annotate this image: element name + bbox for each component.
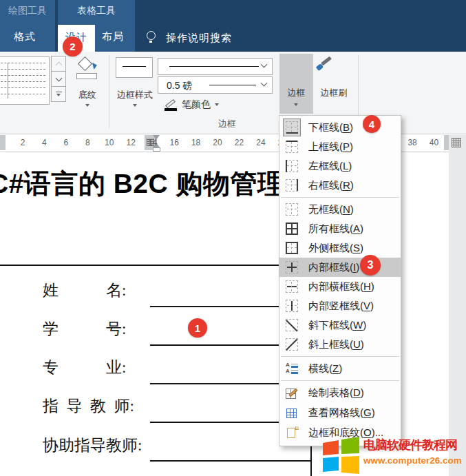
- pen-icon: [164, 98, 179, 112]
- ruler-number: 8: [85, 138, 90, 147]
- shading-button[interactable]: 底纹: [69, 54, 106, 114]
- ruler-number: 20: [213, 138, 222, 147]
- ruler-number: 38: [407, 138, 416, 147]
- watermark-site-url: www.computer26.com: [363, 455, 449, 466]
- chevron-down-icon: [261, 61, 268, 68]
- pen-color-button[interactable]: 笔颜色: [164, 95, 219, 114]
- menu-item-top-border[interactable]: 上框线(P): [279, 137, 401, 156]
- borders-button-label: 边框: [279, 87, 313, 99]
- step-badge-1: 1: [188, 318, 207, 338]
- line-weight-combobox[interactable]: 0.5 磅: [158, 76, 273, 94]
- menu-item-bottom-border[interactable]: 下框线(B): [279, 118, 401, 137]
- gallery-preview-line: [8, 63, 8, 99]
- menu-item-left-border[interactable]: 左框线(L): [279, 156, 401, 176]
- ruler-number: 22: [235, 138, 244, 147]
- form-underline: [150, 460, 311, 462]
- tab-layout[interactable]: 布局: [102, 30, 124, 43]
- menu-item-label: 上框线(P): [308, 141, 353, 154]
- form-label-student-id: 学 号:: [43, 318, 126, 340]
- menu-item-horizontal-line[interactable]: A A 横线(Z): [279, 359, 401, 378]
- group-divider: [109, 55, 109, 128]
- contextual-tab-drawing-tools: 绘图工具: [0, 5, 55, 17]
- gallery-more-button[interactable]: [51, 86, 66, 102]
- site-watermark: 电脑软硬件教程网 www.computer26.com: [322, 437, 449, 475]
- menu-item-draw-table[interactable]: 绘制表格(D): [279, 383, 401, 403]
- tab-format[interactable]: 格式: [14, 30, 36, 43]
- all-borders-icon: [286, 223, 298, 235]
- watermark-site-name: 电脑软硬件教程网: [363, 437, 449, 453]
- paint-bucket-icon: [78, 56, 92, 71]
- gallery-scroll-down-button[interactable]: [51, 71, 66, 87]
- line-style-preview: [169, 66, 259, 67]
- dropdown-arrow-icon: [85, 104, 89, 107]
- ruler-number: 24: [256, 138, 265, 147]
- form-label-advisor: 指 导 教 师:: [43, 395, 134, 417]
- ruler-number: 16: [169, 138, 178, 147]
- ruler-number: 10: [105, 138, 114, 147]
- line-weight-preview: [209, 85, 256, 85]
- menu-item-label: 绘制表格(D): [308, 386, 364, 400]
- menu-item-label: 斜上框线(U): [308, 338, 364, 351]
- ruler-origin-block: [0, 135, 6, 150]
- menu-item-label: 下框线(B): [308, 121, 353, 134]
- inside-borders-icon: [286, 261, 298, 273]
- windows-logo-icon: [322, 437, 360, 475]
- form-label-major: 专 业:: [43, 357, 126, 378]
- borders-dropdown-menu: 下框线(B) 上框线(P) 左框线(L) 右框线(R) 无框线(N) 所有框线(…: [279, 115, 401, 446]
- border-painter-label: 边框刷: [314, 87, 354, 99]
- paint-drip-icon: [92, 63, 97, 70]
- line-style-combobox[interactable]: [158, 58, 273, 75]
- menu-item-label: 查看网格线(G): [308, 406, 375, 420]
- gallery-scroll-up-button[interactable]: [51, 56, 66, 72]
- step-badge-2: 2: [63, 37, 83, 56]
- chevron-down-icon: [55, 74, 62, 81]
- borders-button[interactable]: 边框: [279, 54, 313, 114]
- step-badge-3: 3: [360, 255, 381, 276]
- gallery-more-icon: [56, 92, 62, 97]
- border-painter-button[interactable]: 边框刷: [314, 54, 354, 114]
- ruler-right-margin: [444, 135, 449, 150]
- menu-item-label: 内部框线(I): [308, 261, 359, 274]
- gridlines-toggle-icon: [452, 138, 461, 147]
- menu-item-inside-vertical-border[interactable]: 内部竖框线(V): [279, 296, 401, 315]
- lightbulb-icon: [147, 31, 156, 40]
- menu-item-right-border[interactable]: 右框线(R): [279, 176, 401, 195]
- menu-item-diagonal-down-border[interactable]: 斜下框线(W): [279, 315, 401, 335]
- ruler-number: 4: [42, 138, 47, 147]
- menu-item-label: 左框线(L): [308, 160, 352, 173]
- left-indent-marker[interactable]: [153, 147, 160, 152]
- menu-item-inside-horizontal-border[interactable]: 内部横框线(H): [279, 277, 401, 296]
- ruler-number: 18: [191, 138, 200, 147]
- pen-color-label: 笔颜色: [182, 99, 211, 111]
- dropdown-arrow-icon: [133, 104, 137, 107]
- word-window: 绘图工具 表格工具 格式 设计 布局 操作说明搜索 底纹: [0, 0, 466, 476]
- diagonal-down-border-icon: [286, 319, 298, 331]
- menu-item-no-border[interactable]: 无框线(N): [279, 200, 401, 219]
- view-gridlines-icon: [286, 407, 298, 420]
- menu-separator: [281, 197, 399, 198]
- border-styles-button[interactable]: 边框样式: [113, 54, 157, 114]
- menu-item-diagonal-up-border[interactable]: 斜上框线(U): [279, 335, 401, 354]
- left-border-icon: [286, 160, 298, 172]
- menu-item-label: 内部竖框线(V): [308, 300, 374, 313]
- menu-item-outside-borders[interactable]: 外侧框线(S): [279, 238, 401, 258]
- ruler-number: 2: [21, 138, 25, 147]
- menu-item-label: 斜下框线(W): [308, 319, 366, 332]
- tell-me-search[interactable]: 操作说明搜索: [166, 32, 232, 45]
- table-styles-gallery[interactable]: [0, 56, 50, 105]
- menu-item-inside-borders[interactable]: 内部框线(I): [279, 258, 401, 277]
- horizontal-line-icon: A A: [286, 362, 298, 375]
- drawing-tools-group: 绘图工具: [0, 0, 55, 52]
- borders-group-label: 边框: [176, 118, 279, 130]
- menu-item-label: 无框线(N): [308, 203, 354, 216]
- menu-item-all-borders[interactable]: 所有框线(A): [279, 219, 401, 238]
- form-label-name: 姓 名:: [43, 280, 126, 301]
- scrollbar-gutter[interactable]: [449, 135, 466, 476]
- menu-separator: [281, 356, 399, 357]
- ruler-number: 12: [127, 138, 136, 147]
- table-top-border: [0, 265, 313, 266]
- diagonal-up-border-icon: [286, 338, 298, 351]
- no-border-icon: [286, 203, 298, 216]
- menu-item-label: 外侧框线(S): [308, 242, 363, 255]
- menu-item-view-gridlines[interactable]: 查看网格线(G): [279, 403, 401, 423]
